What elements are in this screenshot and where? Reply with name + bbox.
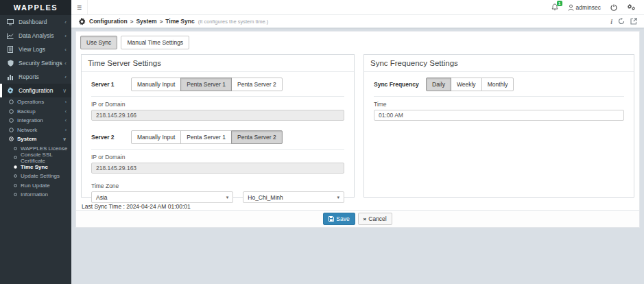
time-server-settings-panel: Time Server Settings Server 1 Manually I… (81, 54, 355, 198)
circle-icon (8, 109, 14, 114)
frequency-weekly-button[interactable]: Weekly (451, 78, 482, 91)
server2-manually-input-button[interactable]: Manually Input (131, 130, 181, 144)
circle-icon (8, 118, 14, 123)
server1-ip-label: IP or Domain (91, 101, 344, 108)
chevron-down-icon: ∨ (62, 137, 67, 142)
last-sync-time: Last Sync Time : 2024-04-24 AM 01:00:01 (82, 203, 639, 210)
sidebar-item-run-update[interactable]: Run Update (0, 181, 71, 191)
sidebar-item-reports[interactable]: Reports ‹ (0, 70, 71, 84)
sync-frequency-label: Sync Frequency (374, 81, 426, 88)
sidebar-item-security-settings[interactable]: Security Settings ‹ (0, 56, 71, 70)
chevron-left-icon: ‹ (64, 60, 67, 67)
server2-label: Server 2 (91, 134, 131, 141)
sidebar-item-integration[interactable]: Integration ‹ (0, 116, 71, 126)
chevron-left-icon: ‹ (65, 99, 67, 104)
frequency-daily-button[interactable]: Daily (426, 78, 451, 91)
breadcrumb-separator: > (130, 19, 134, 25)
server1-ip-input[interactable] (91, 110, 344, 121)
data-analysis-icon (6, 33, 14, 39)
bar-chart-icon (6, 74, 14, 80)
server2-source-group: Manually Input Penta Server 1 Penta Serv… (131, 130, 283, 144)
dot-icon (12, 147, 18, 150)
breadcrumb-configuration[interactable]: Configuration (89, 18, 128, 25)
circle-icon (8, 99, 14, 104)
chevron-down-icon: ▾ (226, 195, 229, 200)
server1-manually-input-button[interactable]: Manually Input (131, 78, 181, 91)
gear-icon (6, 87, 14, 94)
close-icon: × (363, 216, 367, 222)
server2-penta-server-2-button[interactable]: Penta Server 2 (231, 130, 283, 144)
sync-time-input[interactable] (374, 110, 624, 121)
time-label: Time (374, 101, 624, 108)
dot-filled-icon (12, 165, 18, 169)
chevron-left-icon: ‹ (64, 74, 67, 80)
menu-toggle-icon[interactable]: ≡ (71, 0, 88, 14)
circle-dot-icon (8, 137, 14, 141)
chevron-left-icon: ‹ (65, 118, 67, 123)
action-bar: Save × Cancel (76, 210, 639, 227)
timezone-label: Time Zone (91, 182, 344, 189)
chevron-left-icon: ‹ (65, 109, 67, 114)
chevron-down-icon: ∨ (62, 88, 67, 94)
cancel-button[interactable]: × Cancel (358, 213, 392, 225)
breadcrumb-separator: > (160, 19, 163, 25)
sync-frequency-group: Daily Weekly Monthly (426, 78, 514, 91)
chevron-left-icon: ‹ (64, 19, 67, 25)
sidebar-item-data-analysis[interactable]: Data Analysis ‹ (0, 29, 71, 43)
server1-source-group: Manually Input Penta Server 1 Penta Serv… (131, 78, 283, 91)
shield-icon (6, 60, 14, 67)
sidebar-item-dashboard[interactable]: Dashboard ‹ (0, 15, 71, 29)
sidebar-item-update-settings[interactable]: Update Settings (0, 171, 71, 181)
tab-use-sync[interactable]: Use Sync (80, 36, 117, 49)
panel-title: Time Server Settings (82, 55, 354, 72)
view-logs-icon (6, 46, 14, 53)
sidebar-item-console-ssl-certificate[interactable]: Console SSL Certificate (0, 153, 71, 163)
sidebar-item-system[interactable]: System ∨ (0, 134, 71, 144)
gears-icon (627, 3, 636, 11)
panel-title: Sync Frequency Settings (364, 55, 634, 72)
sync-frequency-settings-panel: Sync Frequency Settings Sync Frequency D… (363, 54, 634, 198)
chevron-down-icon: ▾ (337, 195, 339, 200)
breadcrumb-system[interactable]: System (136, 18, 156, 25)
server2-penta-server-1-button[interactable]: Penta Server 1 (180, 130, 232, 144)
server2-ip-label: IP or Domain (91, 154, 344, 161)
logout-button[interactable] (610, 4, 617, 11)
gear-icon (78, 18, 86, 25)
sidebar-item-network[interactable]: Network ‹ (0, 126, 71, 135)
sync-mode-tabs: Use Sync Manual Time Settings (76, 32, 639, 54)
sidebar-item-view-logs[interactable]: View Logs ‹ (0, 43, 71, 56)
breadcrumb-time-sync[interactable]: Time Sync (165, 18, 194, 25)
external-link-icon[interactable] (630, 18, 637, 25)
user-menu[interactable]: adminsec (568, 4, 601, 11)
save-icon (329, 216, 334, 222)
sidebar-item-information[interactable]: Information (0, 190, 71, 200)
info-icon[interactable]: i (610, 18, 612, 25)
server2-ip-input[interactable] (91, 163, 344, 174)
dot-icon (12, 174, 18, 178)
server1-penta-server-1-button[interactable]: Penta Server 1 (180, 78, 232, 91)
sidebar-item-operations[interactable]: Operations ‹ (0, 97, 71, 107)
breadcrumb: Configuration > System > Time Sync (It c… (71, 15, 644, 28)
chevron-left-icon: ‹ (65, 128, 67, 132)
sidebar-item-configuration[interactable]: Configuration ∨ (0, 84, 71, 97)
server1-penta-server-2-button[interactable]: Penta Server 2 (231, 78, 283, 91)
notifications-button[interactable]: 1 (551, 3, 558, 11)
save-button[interactable]: Save (323, 213, 355, 225)
timezone-city-select[interactable]: Ho_Chi_Minh ▾ (243, 191, 344, 203)
timezone-region-select[interactable]: Asia ▾ (91, 191, 233, 203)
chevron-left-icon: ‹ (64, 47, 67, 53)
dot-icon (12, 184, 18, 187)
sidebar-item-backup[interactable]: Backup ‹ (0, 107, 71, 117)
dot-icon (12, 156, 18, 159)
server1-label: Server 1 (91, 81, 131, 88)
refresh-icon[interactable] (618, 18, 625, 25)
page-description: (It configures the system time.) (198, 19, 269, 25)
dot-icon (12, 193, 18, 196)
wapples-logo: WAPPLES (0, 0, 71, 15)
settings-button[interactable] (627, 3, 636, 11)
sidebar: WAPPLES Dashboard ‹ Data Analysis ‹ View… (0, 0, 71, 284)
frequency-monthly-button[interactable]: Monthly (481, 78, 514, 91)
dashboard-icon (6, 19, 14, 25)
notification-badge: 1 (557, 1, 562, 6)
tab-manual-time-settings[interactable]: Manual Time Settings (121, 36, 189, 49)
